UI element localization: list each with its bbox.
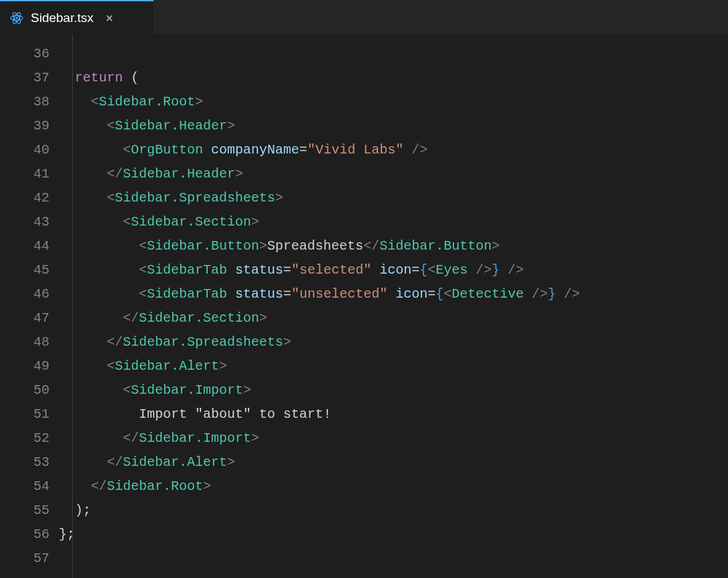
code-line[interactable]: <SidebarTab status="unselected" icon={<D… (59, 282, 728, 306)
line-number: 57 (0, 547, 59, 571)
code-line[interactable]: return ( (59, 66, 728, 90)
code-line[interactable]: </Sidebar.Root> (59, 475, 728, 499)
line-number: 44 (0, 234, 59, 258)
line-number: 50 (0, 378, 59, 402)
react-icon (9, 11, 24, 25)
code-line[interactable]: }; (59, 523, 728, 547)
file-tab[interactable]: Sidebar.tsx × (0, 0, 154, 35)
code-line[interactable]: </Sidebar.Section> (59, 306, 728, 330)
line-number: 52 (0, 426, 59, 451)
code-line[interactable]: <Sidebar.Button>Spreadsheets</Sidebar.Bu… (59, 234, 728, 258)
code-line[interactable] (59, 42, 728, 66)
code-line[interactable]: </Sidebar.Alert> (59, 451, 728, 475)
line-number: 54 (0, 475, 59, 499)
line-number: 51 (0, 402, 59, 426)
svg-point-0 (15, 17, 18, 19)
code-line[interactable]: <Sidebar.Header> (59, 114, 728, 138)
line-number: 41 (0, 162, 59, 186)
line-number: 49 (0, 354, 59, 378)
code-line[interactable]: ); (59, 499, 728, 523)
line-number-gutter: 3637383940414243444546474849505152535455… (0, 35, 59, 578)
code-line[interactable]: <Sidebar.Root> (59, 90, 728, 114)
code-line[interactable]: <SidebarTab status="selected" icon={<Eye… (59, 258, 728, 282)
line-number: 53 (0, 451, 59, 475)
code-line[interactable]: </Sidebar.Header> (59, 162, 728, 186)
code-line[interactable]: <Sidebar.Spreadsheets> (59, 186, 728, 210)
code-line[interactable] (59, 547, 728, 571)
line-number: 55 (0, 499, 59, 523)
code-line[interactable]: <Sidebar.Section> (59, 210, 728, 234)
line-number: 56 (0, 523, 59, 547)
tab-filename: Sidebar.tsx (31, 11, 94, 25)
line-number: 40 (0, 138, 59, 162)
close-icon[interactable]: × (104, 10, 115, 26)
tab-bar: Sidebar.tsx × (0, 0, 728, 35)
line-number: 37 (0, 66, 59, 90)
code-line[interactable]: </Sidebar.Spreadsheets> (59, 330, 728, 354)
code-area[interactable]: return ( <Sidebar.Root> <Sidebar.Header>… (59, 35, 728, 578)
line-number: 43 (0, 210, 59, 234)
line-number: 42 (0, 186, 59, 210)
editor-pane: 3637383940414243444546474849505152535455… (0, 35, 728, 578)
code-line[interactable]: <Sidebar.Alert> (59, 354, 728, 378)
line-number: 46 (0, 282, 59, 306)
code-line[interactable]: </Sidebar.Import> (59, 426, 728, 451)
code-line[interactable]: <Sidebar.Import> (59, 378, 728, 402)
code-line[interactable]: Import "about" to start! (59, 402, 728, 426)
line-number: 39 (0, 114, 59, 138)
line-number: 38 (0, 90, 59, 114)
code-line[interactable]: <OrgButton companyName="Vivid Labs" /> (59, 138, 728, 162)
line-number: 47 (0, 306, 59, 330)
line-number: 45 (0, 258, 59, 282)
line-number: 36 (0, 42, 59, 66)
line-number: 48 (0, 330, 59, 354)
